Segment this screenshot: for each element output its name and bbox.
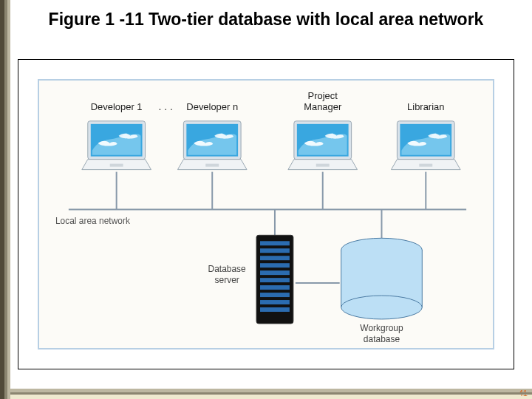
page-number: 41 xyxy=(519,389,528,398)
svg-point-15 xyxy=(341,296,423,319)
database-icon xyxy=(341,238,423,319)
footer-bar: 41 xyxy=(10,389,532,399)
role-librarian: Librarian xyxy=(407,101,444,112)
server-label-line2: server xyxy=(215,275,239,285)
server-icon xyxy=(256,235,293,324)
svg-rect-8 xyxy=(260,293,290,297)
ellipsis-dots: . . . xyxy=(158,100,172,112)
svg-rect-7 xyxy=(260,285,290,290)
svg-rect-3 xyxy=(260,256,290,260)
laptop-developer-1 xyxy=(82,121,151,170)
svg-rect-5 xyxy=(260,270,290,275)
svg-rect-2 xyxy=(260,248,290,253)
diagram-svg: Developer 1 . . . Developer n Project Ma… xyxy=(39,81,493,346)
role-developer-n: Developer n xyxy=(186,101,238,112)
diagram-panel: Developer 1 . . . Developer n Project Ma… xyxy=(38,79,494,349)
laptop-developer-n xyxy=(177,121,247,170)
diagram-outer-frame: Developer 1 . . . Developer n Project Ma… xyxy=(18,59,514,369)
svg-rect-10 xyxy=(260,307,290,312)
svg-rect-4 xyxy=(260,263,290,267)
role-project-manager-line1: Project xyxy=(308,90,338,101)
database-label-line1: Workgroup xyxy=(360,323,403,333)
role-project-manager-line2: Manager xyxy=(304,101,342,112)
database-label-line2: database xyxy=(364,334,400,344)
laptop-librarian xyxy=(391,121,460,170)
svg-rect-6 xyxy=(260,278,290,282)
figure-title: Figure 1 -11 Two-tier database with loca… xyxy=(44,9,488,30)
laptop-project-manager xyxy=(288,121,358,170)
server-label-line1: Database xyxy=(208,264,247,274)
role-developer-1: Developer 1 xyxy=(91,101,143,112)
svg-rect-9 xyxy=(260,300,290,304)
template-stripe-light xyxy=(7,0,10,399)
svg-rect-1 xyxy=(260,241,290,245)
lan-label: Local area network xyxy=(55,216,130,226)
